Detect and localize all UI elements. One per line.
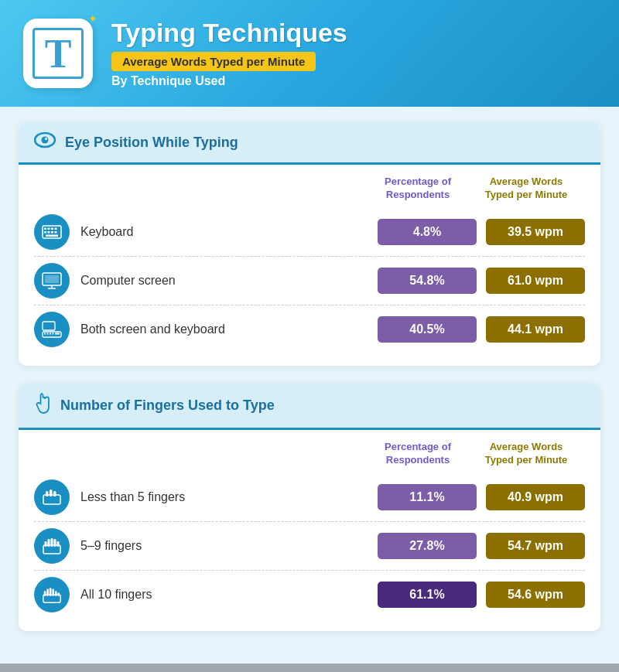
header-text: Typing Techniques Average Words Typed pe…	[111, 19, 347, 88]
eye-data-table: Percentage ofRespondents Average WordsTy…	[19, 165, 600, 366]
row-label-keyboard: Keyboard	[80, 225, 368, 239]
svg-rect-27	[53, 491, 56, 496]
by-line: By Technique Used	[111, 74, 347, 88]
svg-rect-16	[45, 275, 59, 283]
footer: Source: Typing.com Survey of 127 Full-Ti…	[0, 663, 619, 672]
some-fingers-icon-wrap	[34, 528, 70, 564]
row-label-both: Both screen and keyboard	[80, 322, 368, 336]
keyboard-icon-wrap	[34, 214, 70, 250]
table-row: Less than 5 fingers 11.1% 40.9 wpm	[34, 473, 585, 522]
logo-t-icon: T	[32, 28, 84, 79]
svg-rect-19	[44, 333, 46, 335]
fingers-col-headers: Percentage ofRespondents Average WordsTy…	[34, 441, 585, 467]
table-row: 5–9 fingers 27.8% 54.7 wpm	[34, 522, 585, 571]
svg-rect-9	[48, 231, 50, 234]
row-label-all-fingers: All 10 fingers	[80, 588, 368, 602]
svg-rect-39	[55, 591, 57, 596]
both-icon-wrap	[34, 312, 70, 347]
svg-rect-10	[51, 231, 53, 234]
badge-pct-both: 40.5%	[378, 316, 477, 343]
svg-rect-38	[52, 589, 54, 596]
all-fingers-icon-wrap	[34, 577, 70, 612]
svg-point-2	[45, 138, 47, 140]
svg-rect-40	[57, 592, 60, 596]
badge-wpm-keyboard: 39.5 wpm	[486, 219, 585, 245]
svg-rect-34	[43, 595, 60, 602]
badge-wpm-monitor: 61.0 wpm	[486, 268, 585, 294]
row-label-few-fingers: Less than 5 fingers	[80, 490, 368, 504]
col-header-pct-2: Percentage ofRespondents	[364, 441, 472, 467]
svg-rect-23	[55, 333, 60, 335]
badge-pct-keyboard: 4.8%	[378, 219, 477, 245]
table-row: Keyboard 4.8% 39.5 wpm	[34, 208, 585, 257]
section-eye-header: Eye Position While Typing	[19, 122, 600, 165]
logo: T	[23, 19, 93, 88]
badge-pct-monitor: 54.8%	[378, 268, 477, 294]
badge-pct-all: 61.1%	[378, 582, 477, 608]
svg-rect-17	[43, 322, 55, 330]
section-eye-position: Eye Position While Typing Percentage ofR…	[19, 122, 600, 366]
svg-rect-33	[57, 541, 60, 547]
section-fingers-header: Number of Fingers Used to Type	[19, 383, 600, 430]
svg-rect-8	[44, 231, 46, 234]
svg-rect-22	[53, 333, 54, 335]
svg-rect-25	[46, 491, 49, 496]
row-label-monitor: Computer screen	[80, 274, 368, 288]
row-label-some-fingers: 5–9 fingers	[80, 539, 368, 553]
svg-rect-5	[48, 228, 50, 230]
badge-wpm-both: 44.1 wpm	[486, 316, 585, 343]
svg-rect-29	[45, 541, 47, 547]
badge-wpm-some: 54.7 wpm	[486, 533, 585, 559]
table-row: Both screen and keyboard 40.5% 44.1 wpm	[34, 305, 585, 353]
svg-rect-30	[48, 539, 50, 547]
section-fingers-title: Number of Fingers Used to Type	[60, 397, 275, 414]
col-header-wpm-1: Average WordsTyped per Minute	[472, 176, 580, 202]
svg-rect-32	[54, 539, 56, 547]
svg-rect-24	[43, 495, 60, 504]
svg-rect-36	[46, 589, 49, 596]
eye-icon	[34, 131, 56, 153]
svg-rect-26	[50, 490, 53, 496]
col-header-wpm-2: Average WordsTyped per Minute	[472, 441, 580, 467]
fingers-data-table: Percentage ofRespondents Average WordsTy…	[19, 430, 600, 631]
svg-rect-31	[51, 538, 53, 547]
svg-rect-7	[55, 228, 57, 230]
eye-col-headers: Percentage ofRespondents Average WordsTy…	[34, 176, 585, 202]
svg-rect-6	[51, 228, 53, 230]
badge-pct-some: 27.8%	[378, 533, 477, 559]
subtitle-badge: Average Words Typed per Minute	[111, 52, 316, 71]
page-header: T Typing Techniques Average Words Typed …	[0, 0, 619, 107]
svg-rect-37	[50, 588, 52, 596]
page-title: Typing Techniques	[111, 19, 347, 47]
svg-rect-35	[44, 591, 46, 596]
badge-pct-few: 11.1%	[378, 484, 477, 510]
svg-rect-20	[47, 333, 49, 335]
table-row: Computer screen 54.8% 61.0 wpm	[34, 257, 585, 305]
few-fingers-icon-wrap	[34, 479, 70, 515]
badge-wpm-all: 54.6 wpm	[486, 582, 585, 608]
svg-rect-11	[55, 231, 57, 234]
table-row: All 10 fingers 61.1% 54.6 wpm	[34, 571, 585, 619]
section-fingers: Number of Fingers Used to Type Percentag…	[19, 383, 600, 631]
svg-rect-4	[44, 228, 46, 230]
svg-rect-12	[46, 235, 58, 237]
monitor-icon-wrap	[34, 263, 70, 298]
finger-icon	[34, 392, 51, 418]
col-header-pct-1: Percentage ofRespondents	[364, 176, 472, 202]
section-eye-title: Eye Position While Typing	[65, 135, 238, 151]
main-content: Eye Position While Typing Percentage ofR…	[0, 107, 619, 663]
svg-point-1	[42, 137, 49, 144]
badge-wpm-few: 40.9 wpm	[486, 484, 585, 510]
svg-rect-21	[50, 333, 51, 335]
